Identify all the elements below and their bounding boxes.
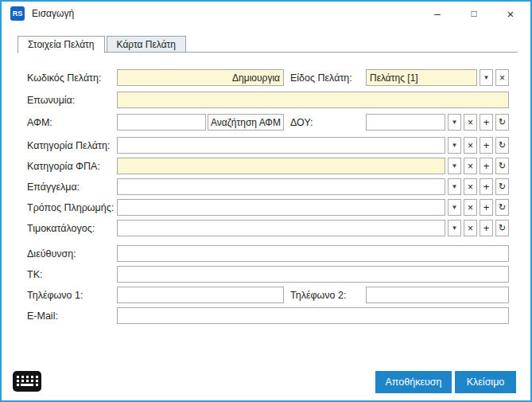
customer-type-combo: ▼ × bbox=[366, 69, 509, 86]
virtual-keyboard-button[interactable] bbox=[10, 370, 44, 395]
row-vat-number: ΑΦΜ: Αναζήτηση ΑΦΜ ΔΟΥ: ▼ × + ↻ bbox=[27, 114, 509, 131]
refresh-icon[interactable]: ↻ bbox=[495, 178, 509, 195]
company-name-label: Επωνυμία: bbox=[27, 95, 117, 106]
profession-combo: ▼ × + ↻ bbox=[117, 178, 509, 195]
dropdown-icon[interactable]: ▼ bbox=[448, 178, 461, 195]
refresh-icon[interactable]: ↻ bbox=[495, 199, 509, 216]
keyboard-icon bbox=[12, 370, 42, 395]
row-email: E-Mail: bbox=[27, 307, 509, 324]
save-button[interactable]: Αποθήκευση bbox=[375, 371, 452, 393]
vat-number-label: ΑΦΜ: bbox=[27, 117, 117, 128]
row-address: Διεύθυνση: bbox=[27, 245, 509, 262]
window-controls: – □ × bbox=[419, 2, 529, 25]
tab-customer-details[interactable]: Στοιχεία Πελάτη bbox=[17, 36, 105, 53]
dropdown-icon[interactable]: ▼ bbox=[448, 158, 461, 174]
dropdown-icon[interactable]: ▼ bbox=[448, 220, 461, 236]
tax-office-label: ΔΟΥ: bbox=[290, 117, 366, 128]
price-list-combo: ▼ × + ↻ bbox=[117, 220, 509, 236]
postal-code-input[interactable] bbox=[117, 266, 509, 283]
customer-type-input[interactable] bbox=[366, 69, 477, 86]
close-button[interactable]: × bbox=[492, 2, 529, 25]
tax-office-combo: ▼ × + ↻ bbox=[366, 114, 509, 131]
payment-method-combo: ▼ × + ↻ bbox=[117, 199, 509, 216]
postal-code-label: ΤΚ: bbox=[27, 269, 117, 280]
dropdown-icon[interactable]: ▼ bbox=[448, 137, 461, 154]
refresh-icon[interactable]: ↻ bbox=[495, 220, 509, 236]
refresh-icon[interactable]: ↻ bbox=[495, 137, 509, 154]
close-dialog-button[interactable]: Κλείσιμο bbox=[455, 371, 516, 393]
clear-icon[interactable]: × bbox=[464, 220, 477, 236]
refresh-icon[interactable]: ↻ bbox=[495, 158, 509, 174]
tab-strip: Στοιχεία Πελάτη Κάρτα Πελάτη bbox=[17, 36, 188, 53]
customer-code-label: Κωδικός Πελάτη: bbox=[27, 72, 117, 84]
profession-input[interactable] bbox=[117, 178, 445, 195]
add-icon[interactable]: + bbox=[480, 114, 493, 131]
minimize-button[interactable]: – bbox=[419, 2, 456, 25]
customer-category-label: Κατηγορία Πελάτη: bbox=[27, 140, 117, 151]
title-bar: RS Εισαγωγή – □ × bbox=[2, 2, 530, 25]
row-price-list: Τιμοκατάλογος: ▼ × + ↻ bbox=[27, 220, 509, 236]
vat-category-input[interactable] bbox=[117, 158, 445, 174]
profession-label: Επάγγελμα: bbox=[27, 181, 117, 193]
price-list-input[interactable] bbox=[117, 220, 445, 236]
customer-type-label: Είδος Πελάτη: bbox=[290, 72, 366, 84]
create-code-button[interactable]: Δημιουργια bbox=[232, 69, 280, 86]
row-customer-category: Κατηγορία Πελάτη: ▼ × + ↻ bbox=[27, 137, 509, 154]
refresh-icon[interactable]: ↻ bbox=[495, 114, 509, 131]
price-list-label: Τιμοκατάλογος: bbox=[27, 223, 117, 234]
row-company-name: Επωνυμία: bbox=[27, 92, 509, 108]
clear-icon[interactable]: × bbox=[495, 69, 509, 86]
row-payment-method: Τρόπος Πληρωμής: ▼ × + ↻ bbox=[27, 199, 509, 216]
add-icon[interactable]: + bbox=[480, 199, 493, 216]
email-label: E-Mail: bbox=[27, 310, 117, 322]
vat-number-input[interactable] bbox=[117, 114, 206, 131]
insert-dialog-window: RS Εισαγωγή – □ × Στοιχεία Πελάτη Κάρτα … bbox=[0, 0, 532, 402]
dropdown-icon[interactable]: ▼ bbox=[480, 69, 493, 86]
clear-icon[interactable]: × bbox=[464, 178, 477, 195]
row-phones: Τηλέφωνο 1: Τηλέφωνο 2: bbox=[27, 287, 509, 303]
clear-icon[interactable]: × bbox=[464, 199, 477, 216]
row-customer-code: Κωδικός Πελάτη: Δημιουργια Είδος Πελάτη:… bbox=[27, 69, 509, 86]
add-icon[interactable]: + bbox=[480, 158, 493, 174]
clear-icon[interactable]: × bbox=[464, 137, 477, 154]
dropdown-icon[interactable]: ▼ bbox=[448, 114, 461, 131]
maximize-button[interactable]: □ bbox=[456, 2, 492, 25]
payment-method-input[interactable] bbox=[117, 199, 445, 216]
clear-icon[interactable]: × bbox=[464, 114, 477, 131]
row-profession: Επάγγελμα: ▼ × + ↻ bbox=[27, 178, 509, 195]
dropdown-icon[interactable]: ▼ bbox=[448, 199, 461, 216]
address-label: Διεύθυνση: bbox=[27, 248, 117, 260]
vat-search-button[interactable]: Αναζήτηση ΑΦΜ bbox=[208, 114, 284, 131]
tax-office-input[interactable] bbox=[366, 114, 445, 131]
app-logo-icon: RS bbox=[10, 6, 25, 21]
add-icon[interactable]: + bbox=[480, 137, 493, 154]
add-icon[interactable]: + bbox=[480, 220, 493, 236]
vat-category-label: Κατηγορία ΦΠΑ: bbox=[27, 161, 117, 172]
email-input[interactable] bbox=[117, 307, 509, 324]
phone2-input[interactable] bbox=[366, 287, 509, 303]
add-icon[interactable]: + bbox=[480, 178, 493, 195]
window-title: Εισαγωγή bbox=[32, 8, 74, 19]
payment-method-label: Τρόπος Πληρωμής: bbox=[27, 202, 117, 213]
customer-category-input[interactable] bbox=[117, 137, 445, 154]
row-postal-code: ΤΚ: bbox=[27, 266, 509, 283]
vat-category-combo: ▼ × + ↻ bbox=[117, 158, 509, 174]
address-input[interactable] bbox=[117, 245, 509, 262]
company-name-input[interactable] bbox=[117, 92, 509, 108]
customer-category-combo: ▼ × + ↻ bbox=[117, 137, 509, 154]
phone1-input[interactable] bbox=[117, 287, 284, 303]
phone2-label: Τηλέφωνο 2: bbox=[290, 290, 366, 301]
clear-icon[interactable]: × bbox=[464, 158, 477, 174]
phone1-label: Τηλέφωνο 1: bbox=[27, 290, 117, 301]
tab-customer-card[interactable]: Κάρτα Πελάτη bbox=[107, 36, 186, 53]
row-vat-category: Κατηγορία ΦΠΑ: ▼ × + ↻ bbox=[27, 158, 509, 174]
customer-code-field: Δημιουργια bbox=[117, 69, 284, 86]
